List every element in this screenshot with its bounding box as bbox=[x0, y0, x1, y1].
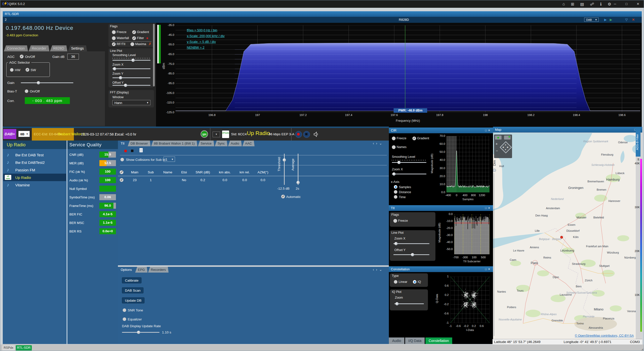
agc-hw-radio[interactable] bbox=[10, 68, 14, 72]
rtlsdr-window-header[interactable]: RTL-SDR bbox=[3, 11, 642, 17]
maximize-panel-icon[interactable]: □ bbox=[485, 268, 488, 271]
cir-names-checkbox[interactable] bbox=[392, 145, 396, 149]
constellation-chart[interactable] bbox=[450, 277, 490, 323]
smoothing-knob[interactable] bbox=[131, 59, 135, 62]
output-tab[interactable]: Audio bbox=[389, 337, 404, 344]
agc-sw-checkbox[interactable] bbox=[26, 68, 29, 72]
service-dropdown[interactable]: ▼ bbox=[213, 132, 220, 137]
output-tab[interactable]: Constellation bbox=[425, 337, 452, 344]
map-track-toggle[interactable] bbox=[504, 136, 511, 140]
stop-button[interactable] bbox=[303, 131, 310, 138]
cir-freeze-checkbox[interactable] bbox=[392, 137, 396, 140]
options-tab[interactable]: Options bbox=[118, 267, 135, 273]
titlebar-icon[interactable]: ⌂ bbox=[562, 2, 565, 6]
gain-slider-track[interactable] bbox=[21, 82, 73, 83]
zoom-y-track[interactable] bbox=[112, 77, 150, 78]
freeze-checkbox[interactable] bbox=[112, 30, 116, 34]
iq-zoom-track[interactable] bbox=[394, 303, 424, 304]
threshold-slider-knob[interactable] bbox=[283, 158, 286, 162]
sub-id-dropdown[interactable]: 1▼ bbox=[164, 157, 175, 162]
constellation-titlebar[interactable]: Constellation□✕ bbox=[389, 266, 493, 272]
maximize-panel-icon[interactable]: □ bbox=[485, 206, 488, 209]
column-header[interactable]: Main bbox=[127, 170, 143, 174]
cir-smoothing-knob[interactable] bbox=[397, 161, 401, 164]
options-tab[interactable]: EPG bbox=[135, 267, 147, 273]
rftii-checkbox[interactable] bbox=[112, 42, 116, 46]
view-tab[interactable]: AAC bbox=[242, 141, 255, 146]
tii-freeze-checkbox[interactable] bbox=[393, 219, 397, 223]
clear-maxima-icon[interactable]: ✗ bbox=[148, 42, 151, 46]
receiver-tab-rtl-sdr[interactable]: RTL-SDR bbox=[16, 345, 32, 350]
gradient-checkbox[interactable] bbox=[132, 30, 136, 34]
resize-grip[interactable]: ◢ bbox=[641, 348, 643, 350]
speaker-icon[interactable] bbox=[313, 132, 319, 138]
tii-titlebar[interactable]: TII□✕ bbox=[389, 205, 493, 211]
fft-window-dropdown[interactable]: Hann▼ bbox=[112, 100, 150, 105]
receiver-tab-rspdx[interactable]: RSPdx bbox=[2, 345, 15, 350]
action-button[interactable]: DAB Scan bbox=[122, 287, 143, 293]
close-panel-icon[interactable]: ✕ bbox=[488, 129, 492, 132]
update-rate-knob[interactable] bbox=[137, 331, 140, 334]
zoom-x-knob[interactable] bbox=[113, 67, 116, 70]
titlebar-icon[interactable]: ⊞ bbox=[571, 2, 574, 7]
zoom-x-track[interactable] bbox=[112, 68, 150, 69]
service-list-item[interactable]: ♪ UPradio Passion FM bbox=[3, 166, 66, 174]
linear-radio[interactable] bbox=[394, 280, 397, 284]
cir-titlebar[interactable]: CIR□✕ bbox=[389, 128, 493, 133]
device-tab[interactable]: Settings bbox=[68, 45, 87, 51]
cir-chart[interactable] bbox=[446, 136, 490, 192]
action-button[interactable]: Calibrate bbox=[122, 277, 141, 283]
adsb-filter-tab[interactable]: ADS-B Filter bbox=[636, 128, 640, 157]
tab-nav-icons[interactable]: ‹›⌄ bbox=[373, 268, 384, 272]
filter-checkbox[interactable] bbox=[132, 36, 136, 40]
zoom-in-button[interactable]: + bbox=[496, 142, 498, 146]
spectrum-window-titlebar[interactable]: R828D DAB▼ ▶ ▶ ▽ ✕ bbox=[166, 17, 642, 23]
titlebar-icon[interactable]: ▤ bbox=[580, 2, 584, 7]
column-header[interactable]: km rel. bbox=[235, 170, 254, 174]
average-slider-knob[interactable] bbox=[296, 181, 300, 184]
view-tab[interactable]: Service bbox=[198, 141, 214, 146]
play-button[interactable]: ▶ bbox=[604, 18, 607, 22]
service-list-item[interactable]: ♪ UPradio Bw Est DAB Test bbox=[3, 151, 66, 159]
column-header[interactable]: SNR (dB) bbox=[191, 170, 214, 174]
record-button[interactable] bbox=[295, 131, 302, 138]
tab-nav-icons[interactable]: ‹›⌄ bbox=[373, 141, 384, 145]
transmitter-marker[interactable] bbox=[560, 236, 563, 239]
select-all-icon[interactable] bbox=[120, 170, 123, 174]
tii-record-icon[interactable] bbox=[124, 150, 127, 152]
cir-zoom-x-knob[interactable] bbox=[392, 172, 396, 176]
map-layer-toggle[interactable] bbox=[495, 136, 502, 140]
column-header[interactable]: Sub bbox=[143, 170, 159, 174]
waterfall-checkbox[interactable] bbox=[112, 36, 116, 40]
gain-db-input[interactable]: 36 bbox=[67, 54, 79, 60]
collapse-triangle-button[interactable]: ▽ bbox=[625, 18, 628, 22]
row-checkbox[interactable] bbox=[120, 178, 123, 182]
view-tab[interactable]: TII bbox=[118, 141, 127, 146]
show-collisions-radio[interactable] bbox=[120, 158, 124, 161]
offset-y-track[interactable] bbox=[112, 85, 150, 86]
close-panel-icon[interactable]: ✕ bbox=[488, 268, 492, 271]
view-tab[interactable]: DB Browser bbox=[128, 141, 150, 146]
pan-down-icon[interactable]: ▼ bbox=[505, 149, 507, 151]
tii-zoom-x-knob[interactable] bbox=[394, 242, 398, 245]
rf-spectrum-chart[interactable] bbox=[176, 25, 640, 112]
close-panel-icon[interactable]: ✕ bbox=[488, 206, 492, 209]
map-attribution-link[interactable]: © OpenStreetMap contributors, CC-BY-SA bbox=[575, 334, 634, 337]
offset-y-knob[interactable] bbox=[124, 84, 127, 87]
zoom-out-button[interactable]: − bbox=[496, 149, 498, 153]
view-tab[interactable]: Sync bbox=[215, 141, 228, 146]
log-document-icon[interactable] bbox=[139, 148, 143, 152]
service-list-item[interactable]: ♪ UPradio Vitamine bbox=[3, 181, 66, 189]
minimize-button[interactable]: ─ bbox=[610, 0, 620, 8]
tii-stop-icon[interactable] bbox=[131, 150, 133, 152]
collision-table-row[interactable]: 231No0.20.00.00.0 bbox=[127, 178, 272, 182]
service-list-item[interactable]: ♪ UPradio Bw Est DABTest2 bbox=[3, 159, 66, 166]
map-canvas[interactable]: HullRegion SyddanmarkOdenseFlensburgSchl… bbox=[493, 133, 636, 339]
action-button[interactable]: Update DB bbox=[122, 297, 144, 303]
average-slider-track[interactable] bbox=[298, 154, 298, 185]
device-tab[interactable]: R828D bbox=[50, 45, 67, 51]
close-spectrum-button[interactable]: ✕ bbox=[632, 18, 635, 22]
tii-zoom-x-track[interactable] bbox=[393, 243, 429, 244]
options-tab[interactable]: Recorders bbox=[148, 267, 169, 273]
tii-offset-y-knob[interactable] bbox=[411, 253, 414, 256]
